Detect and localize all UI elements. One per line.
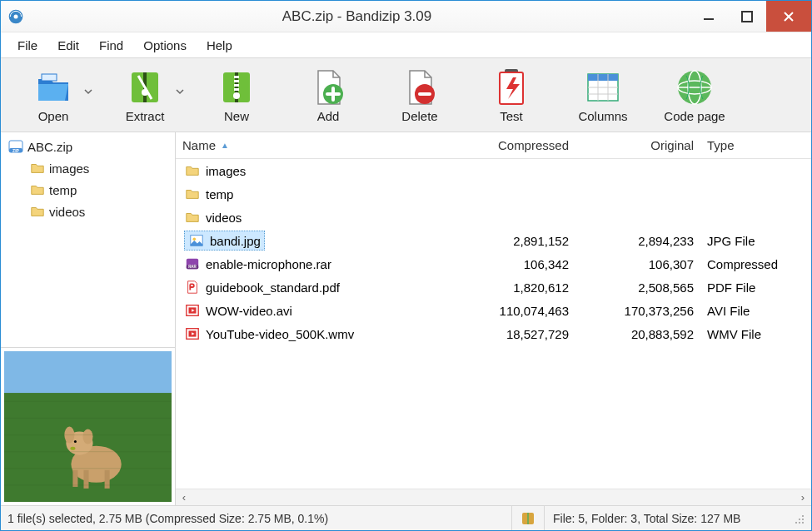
svg-text:RAR: RAR <box>188 265 197 269</box>
status-icon[interactable] <box>511 506 545 530</box>
svg-rect-2 <box>704 18 714 20</box>
tree-item-images[interactable]: images <box>2 157 173 179</box>
statusbar: 1 file(s) selected, 2.75 MB (Compressed … <box>1 505 811 530</box>
svg-rect-21 <box>588 74 618 81</box>
svg-rect-33 <box>4 351 172 393</box>
file-compressed: 18,527,729 <box>451 327 575 341</box>
app-window: ABC.zip - Bandizip 3.09 File Edit Find O… <box>0 0 812 531</box>
svg-rect-11 <box>234 80 239 82</box>
menu-help[interactable]: Help <box>198 35 241 56</box>
svg-point-65 <box>799 522 800 524</box>
svg-point-62 <box>799 519 800 520</box>
file-row[interactable]: bandi.jpg2,891,1522,894,233JPG File <box>176 229 811 252</box>
toolbar-test[interactable]: Test <box>469 67 554 123</box>
svg-point-42 <box>74 440 77 443</box>
maximize-button[interactable] <box>728 1 766 32</box>
svg-text:ZIP: ZIP <box>12 148 19 153</box>
menu-options[interactable]: Options <box>135 35 195 56</box>
file-row[interactable]: guidebook_standard.pdf1,820,6122,508,565… <box>176 275 811 299</box>
scroll-left-icon[interactable]: ‹ <box>176 491 192 504</box>
app-icon <box>7 8 24 25</box>
sort-asc-icon: ▲ <box>221 141 229 150</box>
file-name: enable-microphone.rar <box>206 257 331 271</box>
extract-icon <box>125 67 165 107</box>
svg-rect-39 <box>83 470 88 489</box>
toolbar-codepage[interactable]: Code page <box>652 67 737 123</box>
file-row[interactable]: YouTube-video_500K.wmv18,527,72920,883,5… <box>176 322 811 345</box>
tree-root[interactable]: ZIP ABC.zip <box>2 136 173 157</box>
toolbar-new-label: New <box>224 109 249 123</box>
close-button[interactable] <box>766 1 811 32</box>
toolbar-new[interactable]: New <box>194 67 279 123</box>
video-icon <box>184 325 201 342</box>
file-row[interactable]: videos <box>176 206 811 229</box>
horizontal-scrollbar[interactable]: ‹ › <box>176 489 811 505</box>
column-compressed[interactable]: Compressed <box>451 138 575 152</box>
folder-tree[interactable]: ZIP ABC.zip images temp videos <box>1 132 175 347</box>
file-type: AVI File <box>700 304 811 318</box>
column-type[interactable]: Type <box>700 138 811 152</box>
svg-point-14 <box>233 92 240 99</box>
file-list[interactable]: imagestempvideosbandi.jpg2,891,1522,894,… <box>176 159 811 489</box>
svg-rect-60 <box>527 513 529 524</box>
svg-point-66 <box>802 522 804 524</box>
svg-point-43 <box>70 447 75 450</box>
toolbar-test-label: Test <box>500 109 523 123</box>
folder-icon <box>184 162 201 179</box>
resize-grip-icon[interactable] <box>793 513 805 524</box>
toolbar-delete[interactable]: Delete <box>377 67 462 123</box>
svg-point-38 <box>82 429 92 444</box>
content-body: ZIP ABC.zip images temp videos <box>1 132 811 505</box>
dropdown-arrow-icon[interactable] <box>84 87 92 96</box>
video-icon <box>184 302 201 319</box>
tree-item-temp[interactable]: temp <box>2 179 173 201</box>
svg-rect-40 <box>105 470 110 489</box>
image-icon <box>188 232 205 249</box>
preview-pane <box>1 347 175 505</box>
menu-edit[interactable]: Edit <box>49 35 87 56</box>
file-type: PDF File <box>700 280 811 295</box>
toolbar-extract[interactable]: Extract <box>102 67 187 123</box>
svg-rect-4 <box>42 74 57 81</box>
file-row[interactable]: images <box>176 159 811 182</box>
globe-icon <box>675 67 715 107</box>
file-name: guidebook_standard.pdf <box>206 280 340 295</box>
file-row[interactable]: RARenable-microphone.rar106,342106,307Co… <box>176 252 811 275</box>
file-name: temp <box>206 187 233 201</box>
toolbar-delete-label: Delete <box>401 109 437 123</box>
preview-image <box>4 351 172 502</box>
file-original: 106,307 <box>575 257 700 271</box>
status-selection: 1 file(s) selected, 2.75 MB (Compressed … <box>1 512 511 525</box>
toolbar-columns-label: Columns <box>578 109 627 123</box>
toolbar-codepage-label: Code page <box>664 109 725 123</box>
menu-file[interactable]: File <box>9 35 46 56</box>
file-row[interactable]: temp <box>176 182 811 206</box>
toolbar-add[interactable]: Add <box>286 67 371 123</box>
titlebar[interactable]: ABC.zip - Bandizip 3.09 <box>1 1 811 32</box>
minimize-button[interactable] <box>690 1 728 32</box>
file-compressed: 1,820,612 <box>451 280 575 295</box>
svg-point-64 <box>795 522 797 524</box>
file-name: YouTube-video_500K.wmv <box>206 327 354 341</box>
tree-item-label: videos <box>49 205 85 219</box>
new-icon <box>217 67 257 107</box>
column-name[interactable]: Name▲ <box>176 138 451 152</box>
toolbar-open[interactable]: Open <box>11 67 96 123</box>
menu-find[interactable]: Find <box>91 35 132 56</box>
window-buttons <box>690 1 811 32</box>
scroll-right-icon[interactable]: › <box>795 491 811 504</box>
file-type: WMV File <box>700 327 811 341</box>
open-icon <box>33 67 73 107</box>
file-original: 2,894,233 <box>575 234 700 248</box>
add-icon <box>308 67 348 107</box>
svg-rect-12 <box>234 84 239 87</box>
tree-item-videos[interactable]: videos <box>2 201 173 222</box>
toolbar-columns[interactable]: Columns <box>560 67 645 123</box>
column-original[interactable]: Original <box>575 138 700 152</box>
dropdown-arrow-icon[interactable] <box>176 87 184 96</box>
svg-rect-13 <box>234 88 239 91</box>
file-list-panel: Name▲ Compressed Original Type imagestem… <box>176 132 811 505</box>
delete-icon <box>400 67 440 107</box>
file-row[interactable]: WOW-video.avi110,074,463170,373,256AVI F… <box>176 299 811 322</box>
tree-root-label: ABC.zip <box>27 140 72 154</box>
